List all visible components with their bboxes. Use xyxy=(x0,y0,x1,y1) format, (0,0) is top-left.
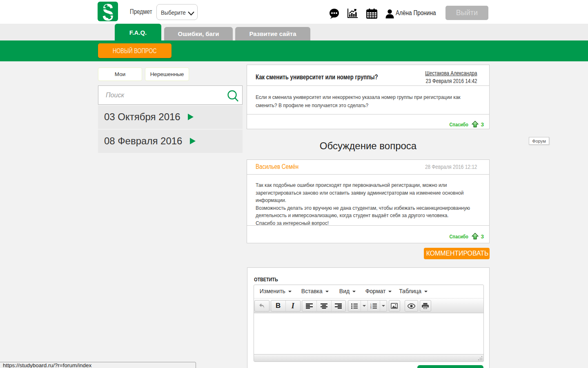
svg-text:3: 3 xyxy=(370,307,372,309)
svg-text:S: S xyxy=(102,2,114,21)
